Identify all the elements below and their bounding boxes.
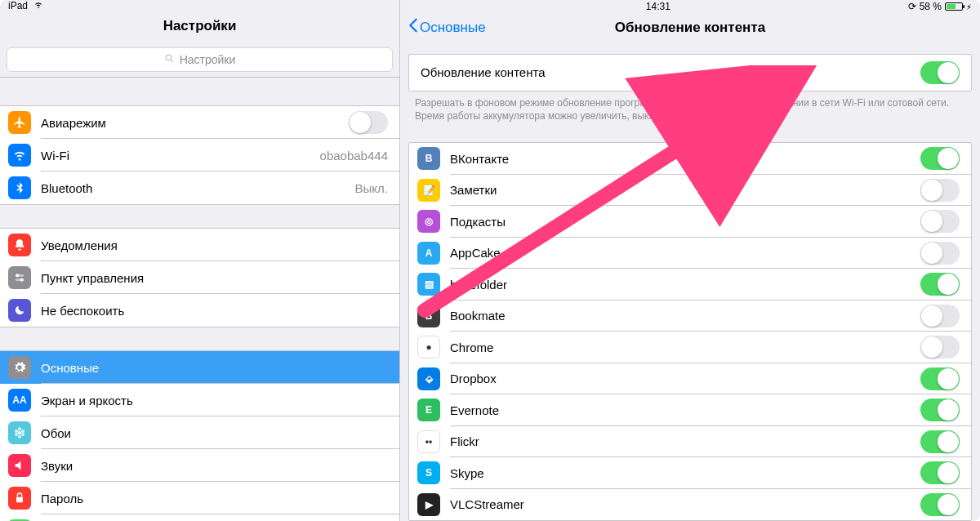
- wifi-icon: [8, 144, 31, 167]
- app-toggle[interactable]: [920, 242, 960, 265]
- aa-icon: AA: [8, 389, 31, 412]
- speaker-icon: [8, 454, 31, 477]
- sidebar-item-label: Bluetooth: [41, 181, 355, 195]
- app-toggle[interactable]: [920, 305, 960, 327]
- app-row[interactable]: SSkype: [409, 457, 971, 489]
- app-icon: 📝: [417, 179, 440, 202]
- app-icon: ▤: [417, 273, 440, 296]
- app-label: Заметки: [450, 183, 920, 197]
- app-label: Chrome: [450, 341, 920, 354]
- sidebar-item-airplane[interactable]: Авиарежим: [0, 106, 399, 139]
- app-label: ВКонтакте: [450, 152, 920, 166]
- sidebar-item-value: obaobab444: [320, 149, 388, 163]
- sidebar-item-label: Звуки: [41, 459, 388, 473]
- svg-rect-13: [16, 497, 23, 503]
- sidebar-item-label: Пункт управления: [41, 271, 388, 285]
- sidebar-item-label: Пароль: [41, 492, 388, 505]
- app-row[interactable]: EEvernote: [409, 394, 971, 426]
- svg-line-1: [171, 60, 173, 62]
- status-bar-right: 14:31 ⟳ 58 % ⚡︎: [400, 0, 980, 13]
- app-row[interactable]: ▤basefolder: [409, 269, 971, 301]
- sidebar-item-speaker[interactable]: Звуки: [0, 449, 399, 482]
- airplane-toggle[interactable]: [349, 111, 388, 134]
- app-toggle[interactable]: [920, 493, 960, 516]
- app-label: Bookmate: [450, 309, 920, 323]
- sidebar-item-switches[interactable]: Пункт управления: [0, 261, 399, 294]
- app-toggle[interactable]: [920, 273, 960, 296]
- status-time: 14:31: [408, 1, 908, 12]
- sidebar-item-aa[interactable]: AAЭкран и яркость: [0, 384, 399, 416]
- app-toggle[interactable]: [920, 147, 960, 170]
- app-toggle[interactable]: [920, 210, 960, 233]
- app-row[interactable]: ⬙Dropbox: [409, 363, 971, 395]
- app-label: basefolder: [450, 278, 920, 292]
- sidebar-item-label: Основные: [41, 361, 388, 375]
- app-row[interactable]: ••Flickr: [409, 426, 971, 458]
- app-icon: A: [417, 242, 440, 265]
- app-label: Skype: [450, 466, 920, 480]
- app-row[interactable]: AAppCake: [409, 238, 971, 269]
- sidebar-item-gear[interactable]: Основные: [0, 351, 399, 384]
- app-toggle[interactable]: [920, 367, 960, 390]
- bell-icon: [8, 234, 31, 256]
- airplane-icon: [8, 111, 31, 134]
- sidebar-item-lock[interactable]: Пароль: [0, 482, 399, 514]
- svg-point-6: [18, 431, 21, 434]
- app-icon: ⬙: [417, 367, 440, 390]
- app-row[interactable]: ▶VLCStreamer: [409, 489, 971, 521]
- svg-point-10: [18, 435, 21, 439]
- master-toggle-label: Обновление контента: [421, 65, 920, 79]
- sidebar-item-label: Обои: [41, 426, 388, 440]
- back-button[interactable]: Основные: [408, 18, 486, 37]
- app-row[interactable]: ◎Подкасты: [409, 206, 971, 238]
- svg-point-11: [15, 433, 18, 436]
- sidebar-item-wifi[interactable]: Wi-Fiobaobab444: [0, 139, 399, 171]
- battery-text: 58 %: [920, 1, 942, 12]
- sidebar-item-bell[interactable]: Уведомления: [0, 229, 399, 261]
- app-row[interactable]: 📝Заметки: [409, 175, 971, 207]
- app-icon: B: [417, 305, 440, 327]
- app-row[interactable]: BВКонтакте: [409, 143, 971, 175]
- search-input[interactable]: Настройки: [7, 47, 393, 72]
- app-toggle[interactable]: [920, 430, 960, 453]
- app-icon: B: [417, 147, 440, 170]
- sidebar-title: Настройки: [0, 11, 399, 42]
- sidebar-item-label: Уведомления: [41, 238, 388, 252]
- app-icon: E: [417, 399, 440, 421]
- sidebar-item-moon[interactable]: Не беспокоить: [0, 294, 399, 327]
- app-label: Evernote: [450, 403, 920, 417]
- moon-icon: [8, 299, 31, 322]
- search-icon: [164, 53, 175, 66]
- sidebar-item-label: Авиарежим: [41, 116, 349, 130]
- app-icon: ••: [417, 430, 440, 453]
- app-toggle[interactable]: [920, 179, 960, 202]
- sidebar-item-flower[interactable]: Обои: [0, 416, 399, 449]
- svg-point-7: [18, 427, 21, 430]
- app-label: Подкасты: [450, 215, 920, 229]
- gear-icon: [8, 356, 31, 379]
- hint-text: Разрешать в фоновом режиме обновление пр…: [400, 91, 980, 122]
- app-icon: S: [417, 461, 440, 484]
- app-toggle[interactable]: [920, 461, 960, 484]
- app-row[interactable]: ●Chrome: [409, 332, 971, 363]
- battery-icon: [945, 2, 963, 11]
- master-toggle-row[interactable]: Обновление контента: [409, 55, 971, 91]
- app-toggle[interactable]: [920, 399, 960, 421]
- svg-point-8: [21, 430, 24, 433]
- back-label: Основные: [420, 20, 486, 36]
- svg-point-9: [21, 433, 24, 436]
- detail-title: Обновление контента: [400, 20, 980, 36]
- app-icon: ▶: [417, 493, 440, 516]
- sidebar-item-label: Не беспокоить: [41, 304, 388, 318]
- master-toggle[interactable]: [920, 61, 960, 84]
- sidebar-item-battery[interactable]: Аккумулятор: [0, 514, 399, 521]
- app-toggle[interactable]: [920, 336, 960, 358]
- search-placeholder: Настройки: [180, 53, 236, 66]
- sidebar-item-bluetooth[interactable]: BluetoothВыкл.: [0, 171, 399, 204]
- device-label: iPad: [8, 0, 28, 11]
- app-label: Flickr: [450, 434, 920, 448]
- app-label: Dropbox: [450, 372, 920, 385]
- app-row[interactable]: BBookmate: [409, 301, 971, 332]
- app-label: VLCStreamer: [450, 497, 920, 511]
- svg-rect-3: [16, 274, 24, 277]
